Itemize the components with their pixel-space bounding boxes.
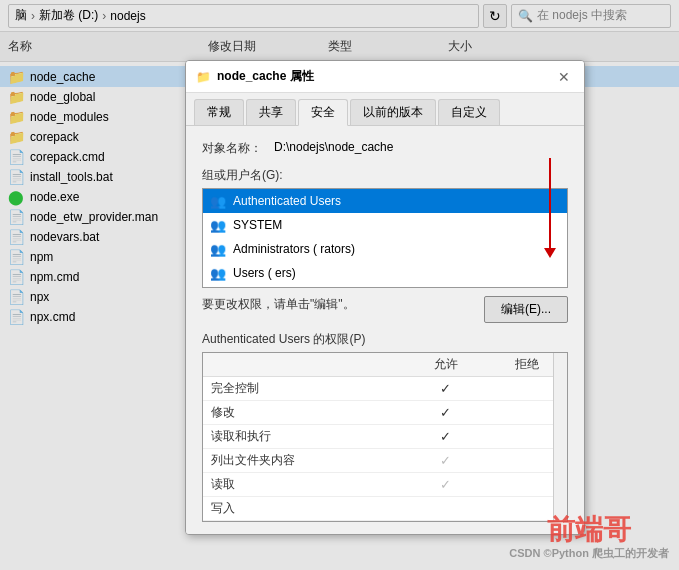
dialog-tabs: 常规 共享 安全 以前的版本 自定义 <box>186 93 584 126</box>
watermark-line2: CSDN ©Python 爬虫工的开发者 <box>509 547 669 560</box>
group-item-name: Administrators ( rators) <box>233 242 355 256</box>
permissions-section: Authenticated Users 的权限(P) 允许 拒绝 <box>202 331 568 522</box>
edit-note: 要更改权限，请单击"编辑"。 <box>202 296 484 323</box>
tab-general[interactable]: 常规 <box>194 99 244 125</box>
group-item-name: Authenticated Users <box>233 194 341 208</box>
group-list-label: 组或用户名(G): <box>202 167 568 184</box>
group-item-system[interactable]: 👥 SYSTEM <box>203 213 567 237</box>
group-item-users[interactable]: 👥 Users ( ers) <box>203 261 567 285</box>
check-icon: ✓ <box>440 381 451 396</box>
edit-row: 要更改权限，请单击"编辑"。 编辑(E)... <box>202 296 568 323</box>
group-item-name: SYSTEM <box>233 218 282 232</box>
group-item-administrators[interactable]: 👥 Administrators ( rators) <box>203 237 567 261</box>
user-group-icon: 👥 <box>209 240 227 258</box>
perm-allow: ✓ <box>405 401 486 425</box>
perm-name: 完全控制 <box>203 377 405 401</box>
tab-security[interactable]: 安全 <box>298 99 348 126</box>
user-group-icon: 👥 <box>209 192 227 210</box>
properties-dialog: 📁 node_cache 属性 ✕ 常规 共享 安全 以前的版本 自定义 对象名… <box>185 60 585 535</box>
perm-allow: ✓ <box>405 377 486 401</box>
tab-previous[interactable]: 以前的版本 <box>350 99 436 125</box>
tab-custom[interactable]: 自定义 <box>438 99 500 125</box>
perm-allow: ✓ <box>405 449 486 473</box>
perm-row-read: 读取 ✓ <box>203 473 567 497</box>
watermark: 前端哥 CSDN ©Python 爬虫工的开发者 <box>509 513 669 560</box>
scrollbar[interactable] <box>553 353 567 521</box>
user-group-icon: 👥 <box>209 264 227 282</box>
tab-share[interactable]: 共享 <box>246 99 296 125</box>
check-grey-icon: ✓ <box>440 453 451 468</box>
perm-name: 写入 <box>203 497 405 521</box>
dialog-overlay: 📁 node_cache 属性 ✕ 常规 共享 安全 以前的版本 自定义 对象名… <box>0 0 679 570</box>
perm-allow <box>405 497 486 521</box>
perm-name: 读取和执行 <box>203 425 405 449</box>
group-item-name: Users ( ers) <box>233 266 296 280</box>
perm-name: 读取 <box>203 473 405 497</box>
permissions-table: 允许 拒绝 完全控制 ✓ <box>203 353 567 521</box>
dialog-titlebar: 📁 node_cache 属性 ✕ <box>186 61 584 93</box>
perm-allow: ✓ <box>405 473 486 497</box>
object-name-label: 对象名称： <box>202 138 274 157</box>
perm-name: 修改 <box>203 401 405 425</box>
explorer-window: 脑 › 新加卷 (D:) › nodejs ↻ 🔍 在 nodejs 中搜索 名… <box>0 0 679 570</box>
perm-row-modify: 修改 ✓ <box>203 401 567 425</box>
perm-row-list: 列出文件夹内容 ✓ <box>203 449 567 473</box>
check-icon: ✓ <box>440 429 451 444</box>
dialog-title-icon: 📁 <box>196 70 211 84</box>
perm-col-name <box>203 353 405 377</box>
permissions-title: Authenticated Users 的权限(P) <box>202 331 568 348</box>
perm-row-full: 完全控制 ✓ <box>203 377 567 401</box>
group-list[interactable]: 👥 Authenticated Users 👥 SYSTEM 👥 Adminis… <box>202 188 568 288</box>
perm-name: 列出文件夹内容 <box>203 449 405 473</box>
dialog-close-button[interactable]: ✕ <box>554 67 574 87</box>
perm-allow: ✓ <box>405 425 486 449</box>
dialog-title: 📁 node_cache 属性 <box>196 68 314 85</box>
dialog-body: 对象名称： D:\nodejs\node_cache 组或用户名(G): 👥 A… <box>186 126 584 534</box>
check-icon: ✓ <box>440 405 451 420</box>
arrow-annotation <box>544 158 556 258</box>
group-item-authenticated[interactable]: 👥 Authenticated Users <box>203 189 567 213</box>
user-group-icon: 👥 <box>209 216 227 234</box>
dialog-title-text: node_cache 属性 <box>217 68 314 85</box>
edit-button[interactable]: 编辑(E)... <box>484 296 568 323</box>
permissions-table-wrapper: 允许 拒绝 完全控制 ✓ <box>202 352 568 522</box>
perm-col-allow: 允许 <box>405 353 486 377</box>
perm-row-read-execute: 读取和执行 ✓ <box>203 425 567 449</box>
watermark-line1: 前端哥 <box>547 514 631 545</box>
object-name-value: D:\nodejs\node_cache <box>274 138 568 154</box>
check-grey-icon: ✓ <box>440 477 451 492</box>
object-name-row: 对象名称： D:\nodejs\node_cache <box>202 138 568 157</box>
